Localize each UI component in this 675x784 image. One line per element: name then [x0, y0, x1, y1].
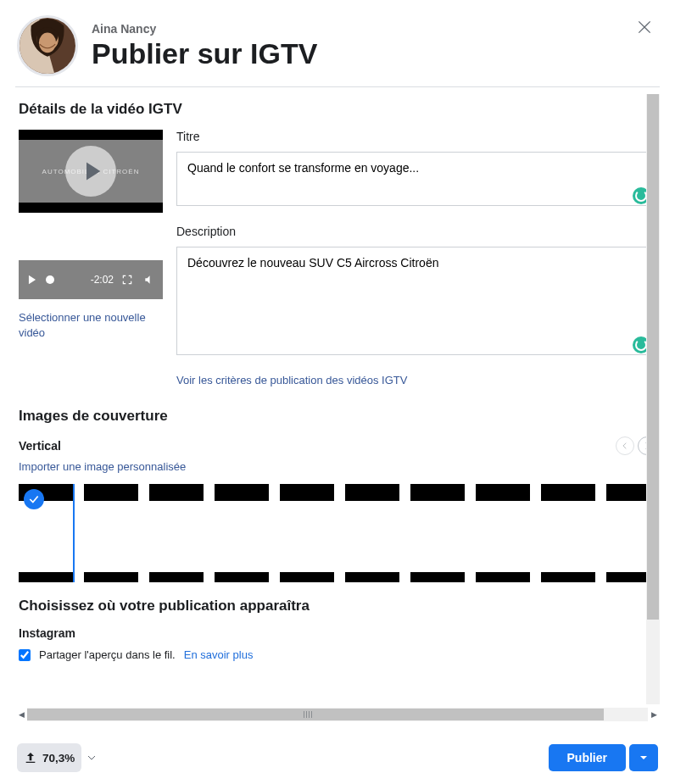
learn-more-link[interactable]: En savoir plus [184, 648, 254, 661]
section-title-cover: Images de couverture [19, 408, 656, 425]
horizontal-scrollbar[interactable]: ◀ ▶ [15, 708, 660, 721]
modal-header: Aina Nancy Publier sur IGTV [0, 0, 675, 86]
share-preview-label: Partager l'aperçu dans le fil. [39, 648, 176, 661]
cover-thumb[interactable] [84, 484, 138, 582]
details-section: AUTOMOBILES CITROËN -2:02 [19, 130, 656, 387]
cover-thumb[interactable] [280, 484, 334, 582]
cover-thumb[interactable] [149, 484, 204, 582]
close-icon [636, 19, 653, 36]
avatar [17, 15, 78, 76]
video-preview[interactable]: AUTOMOBILES CITROËN -2:02 [19, 130, 163, 299]
title-input[interactable] [176, 152, 656, 206]
upload-progress: 70,3% [17, 743, 81, 772]
cover-thumbnails [19, 484, 656, 582]
caret-down-icon [639, 753, 649, 763]
video-controls: -2:02 [19, 260, 163, 299]
chevron-down-icon [86, 753, 97, 763]
chevron-left-icon [621, 442, 629, 450]
upload-icon [24, 751, 37, 765]
vertical-scrollbar[interactable] [646, 94, 660, 704]
cover-thumb[interactable] [476, 484, 530, 582]
video-column: AUTOMOBILES CITROËN -2:02 [19, 130, 163, 387]
check-badge-icon [24, 489, 44, 509]
play-icon[interactable] [24, 271, 41, 288]
footer: 70,3% Publier [0, 733, 675, 784]
page-title: Publier sur IGTV [92, 37, 658, 70]
cover-prev-button[interactable] [616, 436, 634, 455]
header-text: Aina Nancy Publier sur IGTV [92, 22, 658, 70]
svg-point-3 [39, 32, 56, 53]
upload-percentage: 70,3% [42, 752, 75, 765]
criteria-link[interactable]: Voir les critères de publication des vid… [176, 374, 407, 386]
fullscreen-icon[interactable] [119, 271, 136, 288]
publish-button[interactable]: Publier [549, 744, 626, 771]
scroll-area: Détails de la vidéo IGTV AUTOMOBILES CIT… [15, 94, 660, 725]
cover-header: Vertical [19, 436, 656, 455]
title-label: Titre [176, 130, 656, 143]
cover-thumb[interactable] [215, 484, 269, 582]
appear-section: Choisissez où votre publication apparaît… [19, 598, 656, 661]
import-cover-link[interactable]: Importer une image personnalisée [19, 460, 186, 473]
progress-knob[interactable] [46, 275, 54, 284]
section-title-appear: Choisissez où votre publication apparaît… [19, 598, 656, 614]
cover-thumb[interactable] [345, 484, 399, 582]
scroll-right-icon[interactable]: ▶ [648, 708, 660, 721]
video-time: -2:02 [91, 274, 114, 286]
share-preview-checkbox[interactable] [19, 649, 31, 661]
username: Aina Nancy [92, 22, 658, 36]
cover-thumb[interactable] [541, 484, 595, 582]
section-title-details: Détails de la vidéo IGTV [19, 101, 656, 118]
share-preview-row: Partager l'aperçu dans le fil. En savoir… [19, 648, 656, 661]
cover-subtitle: Vertical [19, 439, 61, 453]
description-input[interactable] [176, 247, 656, 355]
fields-column: Titre Description Voir les critères de p… [176, 125, 656, 387]
publish-options-button[interactable] [629, 744, 658, 771]
close-button[interactable] [633, 15, 656, 39]
select-new-video-link[interactable]: Sélectionner une nouvelle vidéo [19, 311, 146, 339]
description-label: Description [176, 225, 656, 238]
volume-icon[interactable] [141, 271, 158, 288]
cover-thumb[interactable] [19, 484, 73, 582]
divider [15, 86, 660, 87]
upload-dropdown[interactable] [81, 743, 102, 772]
scroll-left-icon[interactable]: ◀ [15, 708, 27, 721]
cover-thumb[interactable] [410, 484, 465, 582]
instagram-label: Instagram [19, 626, 656, 640]
play-overlay-icon[interactable] [65, 146, 116, 197]
